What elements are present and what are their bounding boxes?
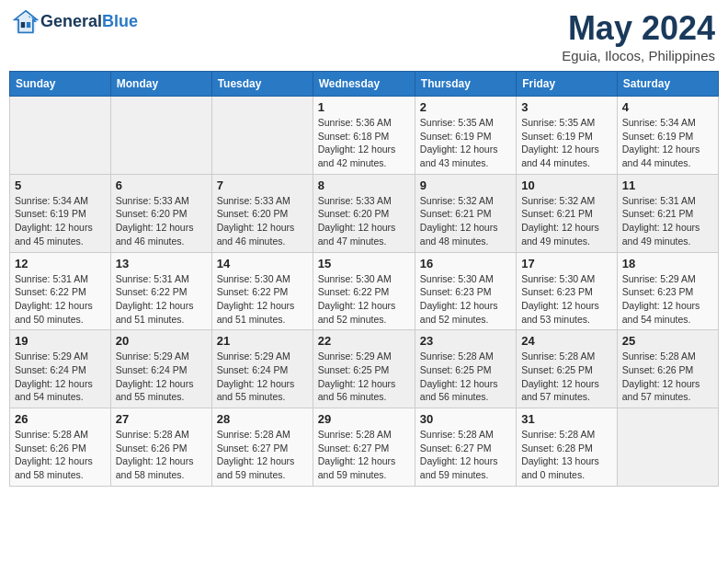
day-info: Sunrise: 5:31 AM Sunset: 6:21 PM Dayligh… bbox=[622, 194, 713, 248]
calendar-week-5: 26Sunrise: 5:28 AM Sunset: 6:26 PM Dayli… bbox=[10, 408, 719, 487]
calendar-cell: 18Sunrise: 5:29 AM Sunset: 6:23 PM Dayli… bbox=[617, 252, 718, 330]
calendar-week-3: 12Sunrise: 5:31 AM Sunset: 6:22 PM Dayli… bbox=[10, 252, 719, 330]
day-number: 4 bbox=[622, 100, 713, 114]
day-number: 31 bbox=[521, 412, 612, 426]
day-number: 20 bbox=[116, 334, 207, 348]
day-info: Sunrise: 5:29 AM Sunset: 6:24 PM Dayligh… bbox=[116, 350, 207, 404]
day-number: 26 bbox=[15, 412, 106, 426]
day-number: 25 bbox=[622, 334, 713, 348]
day-info: Sunrise: 5:36 AM Sunset: 6:18 PM Dayligh… bbox=[318, 116, 410, 170]
day-number: 1 bbox=[318, 100, 410, 114]
calendar-cell: 1Sunrise: 5:36 AM Sunset: 6:18 PM Daylig… bbox=[313, 97, 415, 175]
day-info: Sunrise: 5:32 AM Sunset: 6:21 PM Dayligh… bbox=[521, 194, 612, 248]
calendar-cell: 26Sunrise: 5:28 AM Sunset: 6:26 PM Dayli… bbox=[10, 408, 111, 487]
calendar-week-2: 5Sunrise: 5:34 AM Sunset: 6:19 PM Daylig… bbox=[10, 174, 719, 252]
day-number: 3 bbox=[521, 100, 612, 114]
day-number: 15 bbox=[318, 257, 410, 270]
day-info: Sunrise: 5:30 AM Sunset: 6:23 PM Dayligh… bbox=[420, 272, 511, 327]
day-info: Sunrise: 5:35 AM Sunset: 6:19 PM Dayligh… bbox=[521, 116, 612, 170]
calendar-cell bbox=[10, 97, 111, 175]
weekday-header-thursday: Thursday bbox=[415, 72, 516, 97]
calendar-cell: 30Sunrise: 5:28 AM Sunset: 6:27 PM Dayli… bbox=[415, 408, 516, 487]
calendar-cell: 8Sunrise: 5:33 AM Sunset: 6:20 PM Daylig… bbox=[313, 174, 415, 252]
day-info: Sunrise: 5:28 AM Sunset: 6:25 PM Dayligh… bbox=[521, 350, 612, 404]
weekday-header-wednesday: Wednesday bbox=[313, 72, 415, 97]
calendar-cell bbox=[617, 408, 718, 487]
day-number: 18 bbox=[622, 257, 713, 270]
day-number: 7 bbox=[217, 178, 308, 192]
calendar-cell: 13Sunrise: 5:31 AM Sunset: 6:22 PM Dayli… bbox=[110, 252, 211, 330]
weekday-header-row: SundayMondayTuesdayWednesdayThursdayFrid… bbox=[10, 72, 719, 97]
calendar-cell: 7Sunrise: 5:33 AM Sunset: 6:20 PM Daylig… bbox=[211, 174, 313, 252]
day-number: 10 bbox=[521, 178, 612, 192]
calendar-cell: 23Sunrise: 5:28 AM Sunset: 6:25 PM Dayli… bbox=[415, 330, 516, 408]
day-info: Sunrise: 5:29 AM Sunset: 6:24 PM Dayligh… bbox=[15, 350, 106, 404]
calendar-cell: 10Sunrise: 5:32 AM Sunset: 6:21 PM Dayli… bbox=[517, 174, 618, 252]
calendar-cell: 14Sunrise: 5:30 AM Sunset: 6:22 PM Dayli… bbox=[211, 252, 313, 330]
day-number: 27 bbox=[116, 412, 207, 426]
day-number: 11 bbox=[622, 178, 713, 192]
day-info: Sunrise: 5:28 AM Sunset: 6:26 PM Dayligh… bbox=[622, 350, 713, 404]
day-info: Sunrise: 5:30 AM Sunset: 6:22 PM Dayligh… bbox=[217, 272, 308, 327]
day-number: 6 bbox=[116, 178, 207, 192]
svg-rect-4 bbox=[21, 22, 25, 28]
day-number: 24 bbox=[521, 334, 612, 348]
day-number: 5 bbox=[15, 178, 106, 192]
day-info: Sunrise: 5:31 AM Sunset: 6:22 PM Dayligh… bbox=[15, 272, 106, 327]
day-info: Sunrise: 5:29 AM Sunset: 6:25 PM Dayligh… bbox=[318, 350, 410, 404]
day-number: 22 bbox=[318, 334, 410, 348]
day-info: Sunrise: 5:30 AM Sunset: 6:23 PM Dayligh… bbox=[521, 272, 612, 327]
day-number: 16 bbox=[420, 257, 511, 270]
month-title: May 2024 bbox=[562, 9, 715, 48]
day-number: 17 bbox=[521, 257, 612, 270]
weekday-header-monday: Monday bbox=[110, 72, 211, 97]
calendar-cell: 11Sunrise: 5:31 AM Sunset: 6:21 PM Dayli… bbox=[617, 174, 718, 252]
calendar-cell: 9Sunrise: 5:32 AM Sunset: 6:21 PM Daylig… bbox=[415, 174, 516, 252]
calendar-cell: 5Sunrise: 5:34 AM Sunset: 6:19 PM Daylig… bbox=[10, 174, 111, 252]
logo-icon bbox=[13, 9, 39, 35]
day-info: Sunrise: 5:29 AM Sunset: 6:24 PM Dayligh… bbox=[217, 350, 308, 404]
day-info: Sunrise: 5:35 AM Sunset: 6:19 PM Dayligh… bbox=[420, 116, 511, 170]
calendar-cell: 2Sunrise: 5:35 AM Sunset: 6:19 PM Daylig… bbox=[415, 97, 516, 175]
calendar-cell: 21Sunrise: 5:29 AM Sunset: 6:24 PM Dayli… bbox=[211, 330, 313, 408]
day-info: Sunrise: 5:33 AM Sunset: 6:20 PM Dayligh… bbox=[217, 194, 308, 248]
calendar-cell bbox=[211, 97, 313, 175]
calendar-cell: 4Sunrise: 5:34 AM Sunset: 6:19 PM Daylig… bbox=[617, 97, 718, 175]
calendar-week-4: 19Sunrise: 5:29 AM Sunset: 6:24 PM Dayli… bbox=[10, 330, 719, 408]
calendar-cell: 3Sunrise: 5:35 AM Sunset: 6:19 PM Daylig… bbox=[517, 97, 618, 175]
day-info: Sunrise: 5:28 AM Sunset: 6:28 PM Dayligh… bbox=[521, 428, 612, 482]
day-info: Sunrise: 5:28 AM Sunset: 6:27 PM Dayligh… bbox=[420, 428, 511, 482]
calendar-week-1: 1Sunrise: 5:36 AM Sunset: 6:18 PM Daylig… bbox=[10, 97, 719, 175]
calendar-table: SundayMondayTuesdayWednesdayThursdayFrid… bbox=[9, 71, 719, 487]
day-number: 28 bbox=[217, 412, 308, 426]
location-subtitle: Eguia, Ilocos, Philippines bbox=[562, 48, 715, 63]
day-info: Sunrise: 5:28 AM Sunset: 6:25 PM Dayligh… bbox=[420, 350, 511, 404]
day-number: 19 bbox=[15, 334, 106, 348]
day-info: Sunrise: 5:32 AM Sunset: 6:21 PM Dayligh… bbox=[420, 194, 511, 248]
logo-name: GeneralBlue bbox=[40, 13, 138, 31]
calendar-cell: 17Sunrise: 5:30 AM Sunset: 6:23 PM Dayli… bbox=[517, 252, 618, 330]
calendar-cell: 16Sunrise: 5:30 AM Sunset: 6:23 PM Dayli… bbox=[415, 252, 516, 330]
day-info: Sunrise: 5:33 AM Sunset: 6:20 PM Dayligh… bbox=[116, 194, 207, 248]
day-number: 23 bbox=[420, 334, 511, 348]
calendar-body: 1Sunrise: 5:36 AM Sunset: 6:18 PM Daylig… bbox=[10, 97, 719, 487]
day-number: 30 bbox=[420, 412, 511, 426]
day-number: 21 bbox=[217, 334, 308, 348]
day-number: 14 bbox=[217, 257, 308, 270]
calendar-cell: 24Sunrise: 5:28 AM Sunset: 6:25 PM Dayli… bbox=[517, 330, 618, 408]
calendar-cell: 27Sunrise: 5:28 AM Sunset: 6:26 PM Dayli… bbox=[110, 408, 211, 487]
day-info: Sunrise: 5:31 AM Sunset: 6:22 PM Dayligh… bbox=[116, 272, 207, 327]
calendar-cell: 29Sunrise: 5:28 AM Sunset: 6:27 PM Dayli… bbox=[313, 408, 415, 487]
calendar-cell: 28Sunrise: 5:28 AM Sunset: 6:27 PM Dayli… bbox=[211, 408, 313, 487]
weekday-header-tuesday: Tuesday bbox=[211, 72, 313, 97]
day-number: 8 bbox=[318, 178, 410, 192]
title-block: May 2024 Eguia, Ilocos, Philippines bbox=[562, 9, 715, 63]
day-info: Sunrise: 5:34 AM Sunset: 6:19 PM Dayligh… bbox=[622, 116, 713, 170]
calendar-cell: 15Sunrise: 5:30 AM Sunset: 6:22 PM Dayli… bbox=[313, 252, 415, 330]
day-info: Sunrise: 5:33 AM Sunset: 6:20 PM Dayligh… bbox=[318, 194, 410, 248]
day-info: Sunrise: 5:30 AM Sunset: 6:22 PM Dayligh… bbox=[318, 272, 410, 327]
day-info: Sunrise: 5:29 AM Sunset: 6:23 PM Dayligh… bbox=[622, 272, 713, 327]
calendar-cell: 31Sunrise: 5:28 AM Sunset: 6:28 PM Dayli… bbox=[517, 408, 618, 487]
weekday-header-sunday: Sunday bbox=[10, 72, 111, 97]
calendar-cell: 6Sunrise: 5:33 AM Sunset: 6:20 PM Daylig… bbox=[110, 174, 211, 252]
